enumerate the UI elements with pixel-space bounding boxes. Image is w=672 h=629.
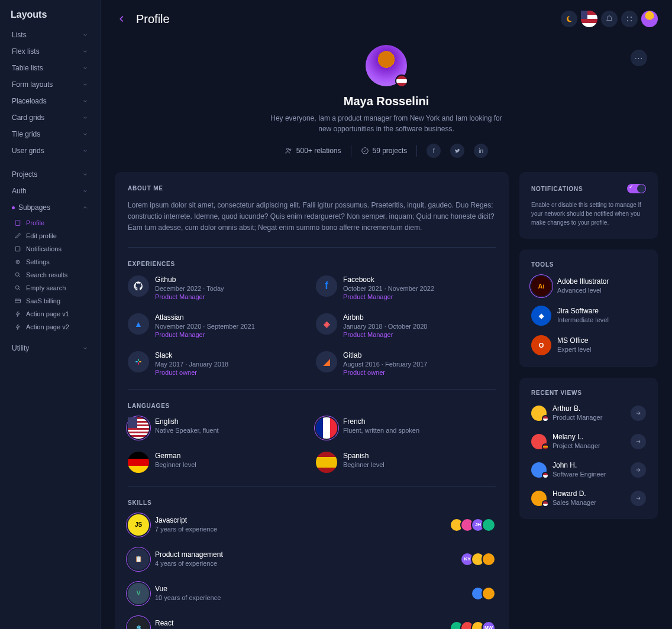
main-content: Profile ··· Maya Rosselini Hey everyone,… [101, 0, 672, 629]
apps-button[interactable] [621, 11, 638, 27]
chevron-down-icon [82, 188, 88, 194]
notifications-toggle[interactable] [627, 184, 646, 193]
exp-company: Atlassian [155, 313, 308, 322]
sub-settings[interactable]: Settings [9, 255, 93, 268]
gitlab-icon: ◢ [316, 351, 337, 372]
exp-company: Facebook [343, 275, 496, 284]
language-button[interactable] [581, 11, 597, 27]
nav-auth[interactable]: Auth [7, 183, 93, 199]
sub-saas-billing[interactable]: SaaS billing [9, 294, 93, 307]
nav-projects[interactable]: Projects [7, 167, 93, 182]
svg-point-8 [631, 17, 632, 18]
svg-point-2 [16, 260, 20, 264]
de-flag-icon [128, 452, 149, 473]
view-button[interactable] [631, 462, 646, 478]
product-mgmt-icon: 📋 [128, 549, 149, 570]
nav-card-grids[interactable]: Card grids [7, 110, 93, 125]
search-icon [14, 284, 21, 291]
sub-empty-search[interactable]: Empty search [9, 281, 93, 294]
notifications-text: Enable or disable this setting to manage… [531, 200, 646, 227]
user-avatar[interactable] [641, 11, 658, 27]
sub-search-results[interactable]: Search results [9, 268, 93, 281]
view-button[interactable] [631, 406, 646, 421]
notifications-button[interactable] [601, 11, 618, 27]
avatar-stack[interactable]: JH [450, 518, 496, 532]
arrow-right-icon [635, 410, 641, 416]
experiences-grid: GithubDecember 2022 · TodayProduct Manag… [128, 275, 496, 376]
tool-item: AiAdobe IllustratorAdvanced level [531, 276, 646, 296]
nav-group-layouts: Lists Flex lists Table lists Form layout… [7, 27, 93, 158]
toggle-knob [637, 184, 645, 193]
chevron-down-icon [82, 345, 88, 351]
vue-icon: V [128, 583, 149, 604]
flag-icon [542, 443, 549, 450]
card-title: EXPERIENCES [128, 261, 496, 267]
sub-action-v1[interactable]: Action page v1 [9, 307, 93, 320]
twitter-button[interactable] [450, 144, 464, 158]
avatar-stack[interactable]: MW [450, 621, 496, 629]
divider [416, 145, 417, 157]
exp-role: Product owner [155, 369, 308, 376]
card-title: LANGUAGES [128, 403, 496, 409]
nav-subpages[interactable]: Subpages [7, 200, 93, 215]
avatar-stack[interactable]: KY [460, 552, 496, 566]
nav-form-layouts[interactable]: Form layouts [7, 77, 93, 92]
back-button[interactable] [115, 12, 129, 26]
card-title: NOTIFICATIONS [531, 186, 583, 192]
skill-exp: 7 years of experience [155, 526, 217, 533]
profile-header: Maya Rosselini Hey everyone, Iam a produ… [115, 38, 658, 172]
sub-action-v2[interactable]: Action page v2 [9, 320, 93, 333]
exp-date: August 2016 · February 2017 [343, 361, 496, 368]
jira-icon: ◆ [531, 306, 551, 326]
experience-item: ◈AirbnbJanuary 2018 · October 2020Produc… [316, 313, 496, 338]
exp-date: October 2021 · November 2022 [343, 285, 496, 292]
svg-point-9 [627, 20, 628, 21]
sub-notifications[interactable]: Notifications [9, 242, 93, 255]
language-item: GermanBeginner level [128, 452, 308, 473]
arrow-right-icon [635, 467, 641, 473]
theme-toggle[interactable] [561, 11, 577, 27]
us-flag-icon [395, 74, 408, 87]
more-button[interactable]: ··· [631, 50, 647, 66]
view-button[interactable] [631, 491, 646, 506]
chevron-down-icon [82, 171, 88, 177]
nav-lists[interactable]: Lists [7, 27, 93, 43]
svg-rect-1 [15, 247, 20, 251]
nav-flex-lists[interactable]: Flex lists [7, 44, 93, 59]
nav-table-lists[interactable]: Table lists [7, 60, 93, 76]
facebook-button[interactable]: f [427, 144, 441, 158]
chevron-left-icon [118, 15, 126, 23]
avatar-stack[interactable] [471, 586, 496, 601]
nav-placeloads[interactable]: Placeloads [7, 93, 93, 109]
moon-icon [565, 15, 573, 23]
svg-point-4 [15, 273, 19, 276]
recent-name: John H. [553, 461, 606, 469]
office-icon: O [531, 335, 551, 355]
profile-stats: 500+ relations 59 projects f in [285, 144, 488, 158]
avatar [531, 491, 547, 506]
recent-item: Howard D.Sales Manager [531, 489, 646, 507]
chevron-down-icon [82, 32, 88, 38]
bell-icon [14, 245, 21, 252]
sidebar: Layouts Lists Flex lists Table lists For… [0, 0, 101, 629]
us-flag-icon [128, 417, 149, 439]
gear-icon [14, 258, 21, 265]
view-button[interactable] [631, 434, 646, 449]
linkedin-button[interactable]: in [474, 144, 488, 158]
avatar [531, 462, 547, 478]
svg-rect-17 [138, 362, 139, 365]
recent-name: Melany L. [553, 433, 600, 441]
sub-profile[interactable]: Profile [9, 216, 93, 229]
divider [128, 247, 496, 248]
lang-level: Beginner level [343, 461, 496, 468]
card-title: RECENT VIEWS [531, 390, 646, 396]
nav-utility[interactable]: Utility [7, 341, 93, 356]
sub-edit-profile[interactable]: Edit profile [9, 229, 93, 242]
atlassian-icon: ▲ [128, 313, 149, 335]
recent-views-card: RECENT VIEWS Arthur B.Product Manager Me… [519, 378, 658, 519]
javascript-icon: JS [128, 514, 149, 536]
recent-role: Product Manager [553, 414, 602, 421]
nav-tile-grids[interactable]: Tile grids [7, 127, 93, 142]
nav-user-grids[interactable]: User grids [7, 143, 93, 158]
card-title: TOOLS [531, 261, 646, 268]
